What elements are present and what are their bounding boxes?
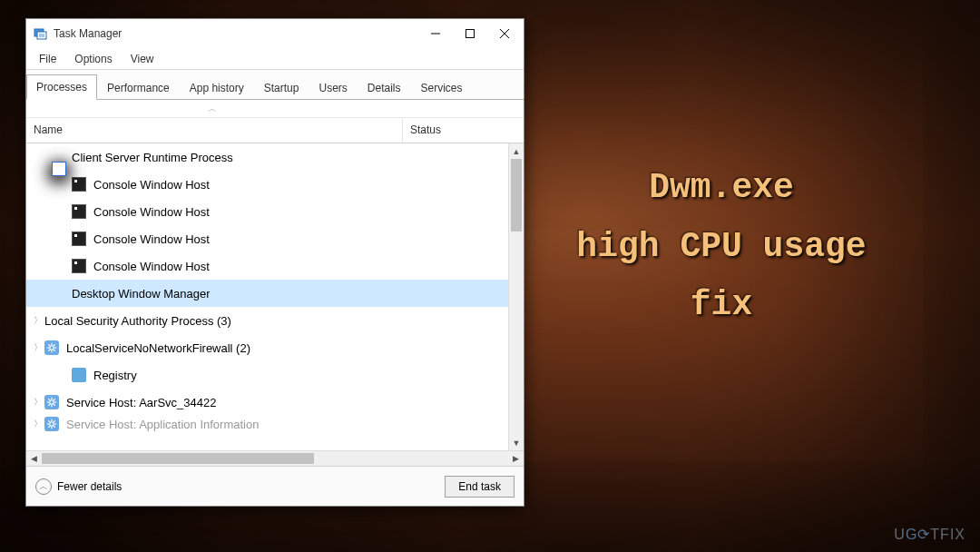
svg-line-29 xyxy=(48,420,50,422)
expand-icon[interactable]: 〉 xyxy=(32,341,44,354)
chevron-up-icon: ︿ xyxy=(208,103,217,115)
menubar: File Options View xyxy=(26,48,524,70)
svg-line-14 xyxy=(48,350,50,351)
titlebar[interactable]: Task Manager xyxy=(26,19,524,48)
app-icon xyxy=(34,26,48,41)
process-name: Service Host: Application Information xyxy=(66,418,259,431)
svg-line-30 xyxy=(54,426,55,428)
svg-rect-1 xyxy=(37,32,46,39)
process-name: Console Window Host xyxy=(93,232,210,246)
scroll-up-icon[interactable]: ▲ xyxy=(509,143,524,159)
expand-icon[interactable]: 〉 xyxy=(32,418,44,430)
svg-line-32 xyxy=(48,426,50,428)
process-name: Console Window Host xyxy=(93,260,210,273)
process-row[interactable]: 〉Local Security Authority Process (3) xyxy=(26,307,524,334)
headline-text: Dwm.exe high CPU usage fix xyxy=(526,159,916,335)
svg-line-22 xyxy=(54,399,55,400)
window-icon xyxy=(52,162,66,176)
gear-icon xyxy=(44,417,59,431)
svg-line-21 xyxy=(54,404,55,406)
console-icon xyxy=(72,204,86,219)
minimize-button[interactable] xyxy=(418,20,453,47)
process-row[interactable]: Console Window Host xyxy=(26,198,524,225)
console-icon xyxy=(72,177,86,192)
expand-icon[interactable]: 〉 xyxy=(32,314,44,327)
h-scroll-thumb[interactable] xyxy=(42,453,314,464)
console-icon xyxy=(72,232,86,246)
process-row[interactable]: Console Window Host xyxy=(26,225,524,252)
menu-options[interactable]: Options xyxy=(65,51,121,67)
vertical-scrollbar[interactable]: ▲ ▼ xyxy=(508,143,524,450)
process-row[interactable]: Console Window Host xyxy=(26,171,524,198)
process-name: Service Host: AarSvc_34422 xyxy=(66,396,216,409)
process-list: Client Server Runtime ProcessConsole Win… xyxy=(26,143,524,450)
process-row[interactable]: Desktop Window Manager xyxy=(26,280,524,307)
process-row[interactable]: Registry xyxy=(26,361,524,389)
tab-details[interactable]: Details xyxy=(358,75,411,100)
headline-line2: high CPU usage xyxy=(526,218,916,277)
menu-view[interactable]: View xyxy=(122,51,163,67)
headline-line3: fix xyxy=(526,276,916,335)
horizontal-scrollbar[interactable]: ◀ ▶ xyxy=(26,450,524,466)
process-name: Console Window Host xyxy=(93,178,210,192)
sort-indicator: ︿ xyxy=(26,100,524,118)
svg-line-11 xyxy=(48,344,50,346)
tab-startup[interactable]: Startup xyxy=(254,75,309,100)
svg-line-13 xyxy=(54,344,55,346)
column-name[interactable]: Name xyxy=(26,118,403,143)
column-status[interactable]: Status xyxy=(403,118,524,143)
tab-services[interactable]: Services xyxy=(411,75,473,100)
svg-line-31 xyxy=(54,420,55,422)
scroll-track[interactable] xyxy=(509,159,524,435)
process-name: Desktop Window Manager xyxy=(72,287,210,301)
tab-processes[interactable]: Processes xyxy=(26,74,97,100)
scroll-thumb[interactable] xyxy=(511,159,522,232)
maximize-button[interactable] xyxy=(453,20,487,47)
svg-point-24 xyxy=(50,422,54,427)
tab-bar: Processes Performance App history Startu… xyxy=(26,70,524,100)
svg-line-23 xyxy=(48,404,50,406)
process-row[interactable]: Client Server Runtime Process xyxy=(26,143,524,171)
fewer-details-link[interactable]: Fewer details xyxy=(57,480,122,493)
process-row[interactable]: 〉LocalServiceNoNetworkFirewall (2) xyxy=(26,334,524,361)
gear-icon xyxy=(44,340,59,355)
console-icon xyxy=(72,259,86,273)
registry-icon xyxy=(72,368,86,382)
svg-line-12 xyxy=(54,350,55,351)
close-button[interactable] xyxy=(487,20,522,47)
process-name: Registry xyxy=(93,369,137,382)
scroll-left-icon[interactable]: ◀ xyxy=(26,454,42,463)
chevron-up-circle-icon[interactable]: ︿ xyxy=(35,478,52,495)
svg-rect-3 xyxy=(466,30,475,38)
headline-line1: Dwm.exe xyxy=(526,159,916,218)
tab-performance[interactable]: Performance xyxy=(97,75,180,100)
process-row[interactable]: 〉Service Host: AarSvc_34422 xyxy=(26,389,524,416)
process-name: Client Server Runtime Process xyxy=(72,151,233,164)
menu-file[interactable]: File xyxy=(30,51,65,67)
watermark: UG⟳TFIX xyxy=(894,526,965,543)
scroll-right-icon[interactable]: ▶ xyxy=(508,454,524,463)
column-headers: Name Status xyxy=(26,118,524,143)
footer: ︿ Fewer details End task xyxy=(26,466,524,506)
expand-icon[interactable]: 〉 xyxy=(32,396,44,409)
process-name: Local Security Authority Process (3) xyxy=(44,314,231,328)
svg-line-20 xyxy=(48,399,50,400)
process-name: Console Window Host xyxy=(93,205,210,219)
gear-icon xyxy=(44,395,59,409)
h-scroll-track[interactable] xyxy=(42,451,508,466)
scroll-down-icon[interactable]: ▼ xyxy=(509,435,524,450)
process-name: LocalServiceNoNetworkFirewall (2) xyxy=(66,341,250,355)
tab-users[interactable]: Users xyxy=(309,75,357,100)
window-title: Task Manager xyxy=(54,27,122,40)
tab-app-history[interactable]: App history xyxy=(180,75,254,100)
svg-point-15 xyxy=(50,400,54,405)
task-manager-window: Task Manager File Options View Processes… xyxy=(25,18,524,507)
process-row[interactable]: 〉Service Host: Application Information xyxy=(26,416,524,432)
end-task-button[interactable]: End task xyxy=(445,476,514,498)
svg-point-6 xyxy=(50,346,54,350)
process-row[interactable]: Console Window Host xyxy=(26,252,524,280)
